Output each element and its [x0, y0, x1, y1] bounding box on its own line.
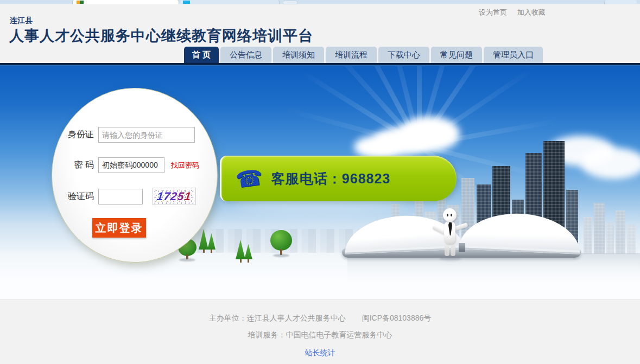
footer-host: 主办单位：连江县人事人才公共服务中心: [209, 314, 346, 322]
captcha-code: 17251: [156, 190, 193, 203]
captcha-input[interactable]: [98, 189, 143, 205]
figure-eye: [447, 214, 448, 216]
add-favorite-link[interactable]: 加入收藏: [517, 8, 546, 16]
browser-tab-active[interactable]: [72, 0, 179, 4]
telephone-icon: ☎: [234, 166, 264, 191]
hero-banner: 身份证 密 码 找回密码 验证码 17251 立即登录 ☎ 客服电话：96882…: [0, 66, 640, 299]
id-card-label: 身份证: [66, 129, 94, 141]
password-input[interactable]: [98, 157, 164, 173]
figure-arm: [453, 222, 468, 231]
footer-icp: 闽ICP备08103886号: [362, 314, 432, 322]
top-utility-links: 设为首页 加入收藏: [479, 8, 546, 17]
login-panel: 身份证 密 码 找回密码 验证码 17251 立即登录: [52, 88, 218, 263]
page-header: 设为首页 加入收藏 连江县 人事人才公共服务中心继续教育网络培训平台: [0, 4, 640, 47]
main-nav: 首 页 公告信息 培训须知 培训流程 下载中心 常见问题 管理员入口: [0, 47, 640, 63]
building: [594, 203, 605, 254]
tree: [244, 244, 252, 263]
tab-training-notice[interactable]: 培训须知: [273, 47, 324, 63]
login-button[interactable]: 立即登录: [92, 218, 146, 238]
footer-service: 培训服务：中国电信电子教育运营服务中心: [248, 330, 392, 339]
tab-admin-entry[interactable]: 管理员入口: [484, 47, 543, 63]
captcha-label: 验证码: [66, 191, 94, 202]
browser-tab-edge: [604, 0, 637, 4]
cloud: [354, 136, 401, 158]
set-homepage-link[interactable]: 设为首页: [479, 8, 507, 16]
captcha-image[interactable]: 17251: [153, 188, 196, 205]
region-name: 连江县: [10, 16, 33, 25]
site-stats-link[interactable]: 站长统计: [305, 348, 335, 357]
hotline-text: 客服电话：968823: [271, 170, 390, 188]
page-title: 人事人才公共服务中心继续教育网络培训平台: [9, 26, 313, 46]
mascot-figure: [434, 208, 472, 268]
id-card-input[interactable]: [98, 127, 195, 143]
figure-head: [443, 208, 457, 222]
tab-announcements[interactable]: 公告信息: [220, 47, 271, 63]
figure-leg: [451, 242, 455, 256]
figure-eye: [451, 214, 452, 216]
tab-faq[interactable]: 常见问题: [431, 47, 482, 63]
figure-leg: [445, 242, 449, 256]
browser-tab-strip: [0, 0, 640, 4]
site-favicon-orange-green-icon: [77, 1, 84, 4]
figure-shadow: [440, 256, 461, 260]
tab-home[interactable]: 首 页: [184, 47, 219, 63]
page-footer: 主办单位：连江县人事人才公共服务中心 闽ICP备08103886号 培训服务：中…: [0, 299, 640, 364]
tab-download-center[interactable]: 下载中心: [378, 47, 429, 63]
cloud: [399, 116, 460, 152]
tree: [270, 230, 292, 257]
forgot-password-link[interactable]: 找回密码: [171, 161, 199, 170]
browser-tab-second[interactable]: [180, 0, 280, 4]
tab-training-process[interactable]: 培训流程: [326, 47, 377, 63]
building: [616, 210, 625, 254]
tab-favicon-blue-icon: [183, 1, 190, 4]
password-label: 密 码: [66, 159, 94, 171]
cloud: [581, 148, 640, 179]
tree: [207, 233, 216, 253]
service-hotline-banner: ☎ 客服电话：968823: [220, 156, 457, 201]
new-tab-button[interactable]: [283, 1, 297, 4]
